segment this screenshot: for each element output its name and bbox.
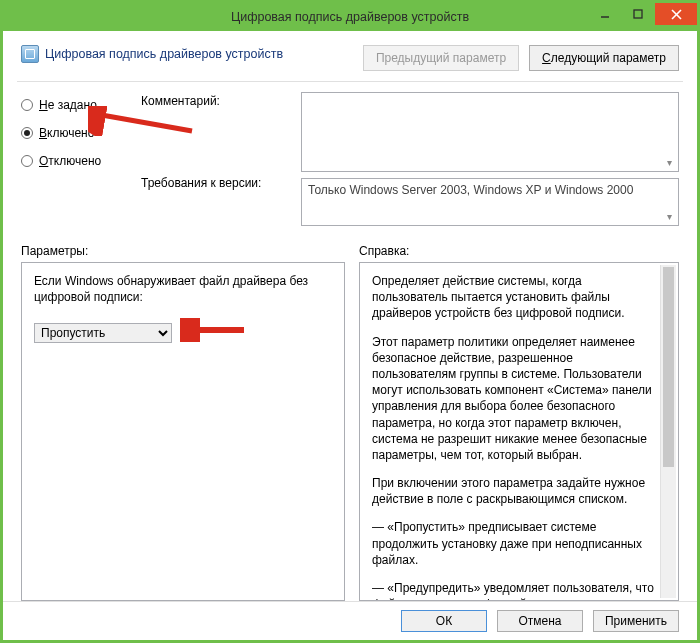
help-paragraph: При включении этого параметра задайте ну… [372, 475, 656, 507]
footer: ОК Отмена Применить [3, 601, 697, 640]
radio-enabled[interactable]: Включено [21, 126, 131, 140]
previous-setting-button[interactable]: Предыдущий параметр [363, 45, 519, 71]
titlebar: Цифровая подпись драйверов устройств [3, 3, 697, 31]
apply-button[interactable]: Применить [593, 610, 679, 632]
chevron-down-icon: ▾ [662, 155, 676, 169]
version-readonly: Только Windows Server 2003, Windows XP и… [301, 178, 679, 226]
close-button[interactable] [655, 3, 697, 25]
help-paragraph: — «Предупредить» уведомляет пользователя… [372, 580, 656, 601]
cancel-button[interactable]: Отмена [497, 610, 583, 632]
help-scrollbar[interactable] [660, 265, 676, 598]
help-label: Справка: [359, 244, 679, 258]
help-pane: Определяет действие системы, когда польз… [359, 262, 679, 601]
parameters-pane: Если Windows обнаруживает файл драйвера … [21, 262, 345, 601]
version-label: Требования к версии: [141, 176, 291, 190]
radio-disabled[interactable]: Отключено [21, 154, 131, 168]
help-paragraph: Этот параметр политики определяет наимен… [372, 334, 656, 464]
window-buttons [588, 3, 697, 25]
state-radio-group: Не задано Включено Отключено [21, 92, 131, 226]
split-body: Если Windows обнаруживает файл драйвера … [3, 262, 697, 601]
param-prompt: Если Windows обнаруживает файл драйвера … [34, 273, 332, 305]
help-paragraph: Определяет действие системы, когда польз… [372, 273, 656, 322]
ok-button[interactable]: ОК [401, 610, 487, 632]
help-paragraph: — «Пропустить» предписывает системе прод… [372, 519, 656, 568]
header: Цифровая подпись драйверов устройств Пре… [3, 31, 697, 81]
radio-not-configured[interactable]: Не задано [21, 98, 131, 112]
policy-icon [21, 45, 39, 63]
maximize-button[interactable] [622, 3, 654, 25]
action-select-wrap: Пропустить [34, 323, 332, 343]
action-select[interactable]: Пропустить [34, 323, 172, 343]
policy-title: Цифровая подпись драйверов устройств [45, 47, 283, 61]
comment-textarea[interactable]: ▾ [301, 92, 679, 172]
scrollbar-thumb[interactable] [663, 267, 674, 467]
annotation-arrow-select [180, 318, 250, 342]
minimize-button[interactable] [589, 3, 621, 25]
chevron-down-icon: ▾ [662, 209, 676, 223]
next-setting-button[interactable]: Следующий параметр [529, 45, 679, 71]
svg-rect-1 [634, 10, 642, 18]
field-labels: Комментарий: Требования к версии: [141, 92, 291, 226]
params-label: Параметры: [21, 244, 359, 258]
upper-config: Не задано Включено Отключено Комментарий… [3, 82, 697, 230]
split-labels: Параметры: Справка: [3, 230, 697, 262]
comment-label: Комментарий: [141, 92, 291, 108]
group-policy-editor-window: Цифровая подпись драйверов устройств Циф… [0, 0, 700, 643]
